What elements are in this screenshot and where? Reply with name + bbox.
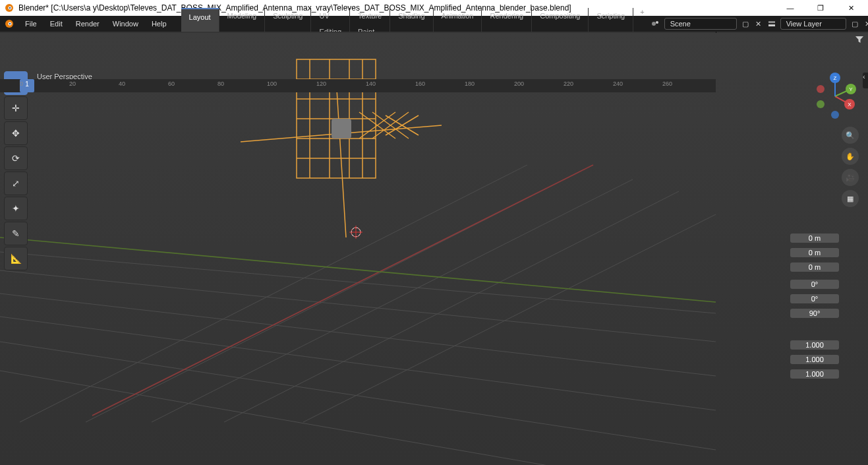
svg-rect-9 — [768, 24, 775, 26]
viewlayer-browse-icon[interactable]: ▢ — [850, 19, 859, 28]
scale-y-field[interactable]: 1.000 — [790, 355, 839, 364]
scale-z-field[interactable]: 1.000 — [790, 369, 839, 379]
viewlayer-icon[interactable] — [767, 19, 776, 28]
menu-help[interactable]: Help — [145, 16, 173, 32]
tl-tick: 160 — [415, 80, 425, 87]
viewport-grid[interactable] — [0, 33, 868, 465]
loc-x-field[interactable]: 0 m — [790, 233, 839, 243]
nav-camera-button[interactable]: 🎥 — [842, 169, 859, 186]
scene-browse-icon[interactable]: ▢ — [741, 19, 750, 28]
nav-pan-button[interactable]: ✋ — [842, 148, 859, 165]
tl-tick: 80 — [217, 80, 224, 87]
rot-z-field[interactable]: 90° — [790, 309, 839, 318]
window-close-button[interactable]: ✕ — [842, 4, 860, 13]
loc-y-field[interactable]: 0 m — [790, 248, 839, 257]
window-minimize-button[interactable]: — — [781, 4, 799, 13]
tool-cursor[interactable]: ✛ — [4, 96, 28, 120]
rot-x-field[interactable]: 0° — [790, 280, 839, 289]
rot-y-field[interactable]: 0° — [790, 294, 839, 303]
tool-scale[interactable]: ⤢ — [4, 171, 28, 195]
menu-file[interactable]: File — [18, 16, 43, 32]
menu-window[interactable]: Window — [106, 16, 145, 32]
scene-icon[interactable] — [651, 19, 660, 28]
menu-render[interactable]: Render — [69, 16, 106, 32]
tl-tick: 60 — [168, 80, 175, 87]
scene-delete-icon[interactable]: ✕ — [754, 19, 763, 28]
tool-measure[interactable]: 📐 — [4, 247, 28, 270]
tl-tick: 20 — [69, 80, 76, 87]
n-panel-toggle[interactable]: ‹ — [863, 73, 868, 88]
tl-tick: 240 — [613, 80, 623, 87]
nav-gizmo[interactable]: X Y Z — [811, 73, 859, 120]
viewlayer-field[interactable]: View Layer — [780, 18, 846, 30]
svg-rect-8 — [768, 21, 775, 23]
window-maximize-button[interactable]: ❐ — [811, 4, 830, 13]
tl-tick: 220 — [564, 80, 573, 87]
tool-transform[interactable]: ✦ — [4, 197, 28, 220]
tl-tick: 200 — [514, 80, 524, 87]
tool-annotate[interactable]: ✎ — [4, 222, 28, 245]
scene-field[interactable]: Scene — [664, 18, 737, 30]
nav-zoom-button[interactable]: 🔍 — [842, 127, 859, 144]
tl-tick: 140 — [366, 80, 376, 87]
loc-z-field[interactable]: 0 m — [790, 263, 839, 272]
svg-point-2 — [9, 7, 11, 9]
tool-move[interactable]: ✥ — [4, 121, 28, 145]
tl-tick: 40 — [119, 80, 125, 87]
nav-perspective-button[interactable]: ▦ — [842, 190, 859, 207]
blender-menu-icon[interactable] — [4, 18, 14, 29]
blender-logo-icon — [4, 3, 14, 13]
outliner-filter-icon[interactable] — [855, 35, 864, 44]
svg-point-56 — [817, 100, 825, 108]
viewlayer-delete-icon[interactable]: ✕ — [863, 19, 868, 28]
menu-edit[interactable]: Edit — [43, 16, 69, 32]
tl-tick: 120 — [316, 80, 326, 87]
svg-point-58 — [831, 111, 839, 119]
tl-tick: 0 — [20, 80, 23, 87]
tool-rotate[interactable]: ⟳ — [4, 146, 28, 170]
tl-tick: 100 — [267, 80, 277, 87]
tl-tick: 260 — [662, 80, 672, 87]
svg-point-7 — [656, 21, 658, 24]
scale-x-field[interactable]: 1.000 — [790, 340, 839, 350]
svg-point-6 — [652, 22, 656, 26]
timeline-track[interactable]: 1 0 20 40 60 80 100 120 140 160 180 200 … — [0, 79, 716, 92]
tl-tick: 180 — [465, 80, 475, 87]
svg-text:Y: Y — [849, 86, 853, 92]
svg-point-57 — [817, 85, 825, 93]
svg-point-5 — [9, 23, 11, 25]
svg-text:Z: Z — [834, 75, 837, 81]
svg-text:X: X — [848, 102, 852, 108]
